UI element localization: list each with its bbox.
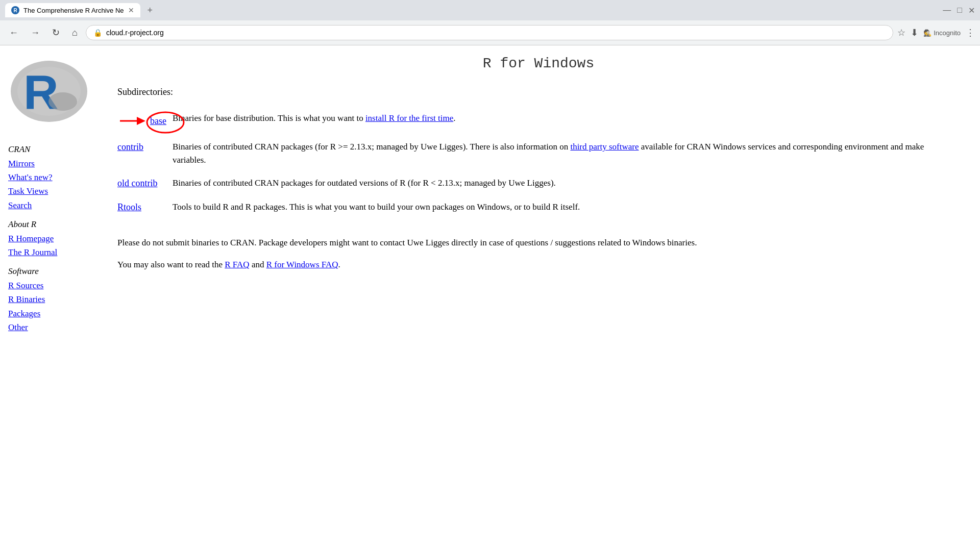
browser-menu-button[interactable]: ⋮ [966,27,975,38]
install-r-link[interactable]: install R for the first time [365,113,453,123]
incognito-button[interactable]: 🕵 Incognito [923,29,961,37]
nav-bar: ← → ↻ ⌂ 🔒 cloud.r-project.org ☆ ⬇ 🕵 Inco… [0,20,980,45]
nav-bar-right: ☆ ⬇ 🕵 Incognito ⋮ [897,27,975,38]
para2-suffix: . [338,260,340,269]
main-content: R for Windows Subdirectories: [107,45,980,551]
page-title: R for Windows [117,56,960,71]
task-views-link[interactable]: Task Views [8,184,99,198]
title-bar-left: R The Comprehensive R Archive Ne ✕ + [5,3,157,18]
page-content: R CRAN Mirrors What's new? Task Views Se… [0,45,980,551]
third-party-link[interactable]: third party software [570,142,639,152]
table-row: Rtools Tools to build R and R packages. … [117,196,960,220]
directories-table: base Binaries for base distribution. Thi… [117,108,960,220]
old-contrib-description: Binaries of contributed CRAN packages fo… [173,172,960,196]
lock-icon: 🔒 [93,29,102,37]
whats-new-link[interactable]: What's new? [8,170,99,184]
window-controls: — □ ✕ [943,6,975,15]
contrib-link[interactable]: contrib [117,142,143,152]
sidebar: R CRAN Mirrors What's new? Task Views Se… [0,45,107,551]
base-description: Binaries for base distribution. This is … [173,108,960,136]
subdirectories-label: Subdirectories: [117,87,960,97]
rtools-link[interactable]: Rtools [117,202,141,212]
rtools-description: Tools to build R and R packages. This is… [173,196,960,220]
para2-mid: and [250,260,266,269]
rtools-link-cell: Rtools [117,196,173,220]
tab-close-button[interactable]: ✕ [128,6,134,14]
table-row: contrib Binaries of contributed CRAN pac… [117,136,960,172]
home-button[interactable]: ⌂ [68,26,82,40]
base-link[interactable]: base [150,116,166,126]
r-logo: R [8,56,90,127]
bookmark-icon[interactable]: ☆ [897,27,905,38]
mirrors-link[interactable]: Mirrors [8,157,99,170]
svg-marker-5 [137,117,145,125]
para2-prefix: You may also want to read the [117,260,225,269]
red-arrow-icon [117,112,148,130]
tab-title: The Comprehensive R Archive Ne [23,7,124,14]
base-link-cell: base [117,108,173,136]
r-homepage-link[interactable]: R Homepage [8,232,99,245]
maximize-button[interactable]: □ [957,6,962,15]
para2: You may also want to read the R FAQ and … [117,258,960,271]
incognito-icon: 🕵 [923,29,932,37]
download-icon[interactable]: ⬇ [911,27,918,38]
r-journal-link[interactable]: The R Journal [8,245,99,259]
r-sources-link[interactable]: R Sources [8,279,99,292]
title-bar: R The Comprehensive R Archive Ne ✕ + — □… [0,0,980,20]
reload-button[interactable]: ↻ [48,25,64,40]
table-row: old contrib Binaries of contributed CRAN… [117,172,960,196]
svg-text:R: R [23,65,59,119]
browser-chrome: R The Comprehensive R Archive Ne ✕ + — □… [0,0,980,45]
r-faq-link[interactable]: R FAQ [225,260,249,269]
contrib-description: Binaries of contributed CRAN packages (f… [173,136,960,172]
cran-label: CRAN [8,144,99,155]
base-annotation: base [117,112,166,130]
table-row: base Binaries for base distribution. Thi… [117,108,960,136]
address-text: cloud.r-project.org [106,29,886,37]
about-label: About R [8,219,99,230]
software-label: Software [8,266,99,277]
search-link[interactable]: Search [8,198,99,212]
close-button[interactable]: ✕ [968,6,975,15]
minimize-button[interactable]: — [943,6,951,15]
browser-tab[interactable]: R The Comprehensive R Archive Ne ✕ [5,3,140,17]
new-tab-button[interactable]: + [143,3,157,18]
r-binaries-link[interactable]: R Binaries [8,292,99,306]
old-contrib-link-cell: old contrib [117,172,173,196]
r-windows-faq-link[interactable]: R for Windows FAQ [266,260,338,269]
packages-link[interactable]: Packages [8,307,99,320]
back-button[interactable]: ← [5,26,22,40]
base-link-circled: base [150,114,166,128]
svg-point-3 [48,92,77,111]
para1: Please do not submit binaries to CRAN. P… [117,236,960,249]
other-link[interactable]: Other [8,320,99,334]
old-contrib-link[interactable]: old contrib [117,178,158,188]
tab-favicon: R [11,6,19,14]
address-bar[interactable]: 🔒 cloud.r-project.org [86,25,893,40]
forward-button[interactable]: → [27,26,44,40]
contrib-link-cell: contrib [117,136,173,172]
